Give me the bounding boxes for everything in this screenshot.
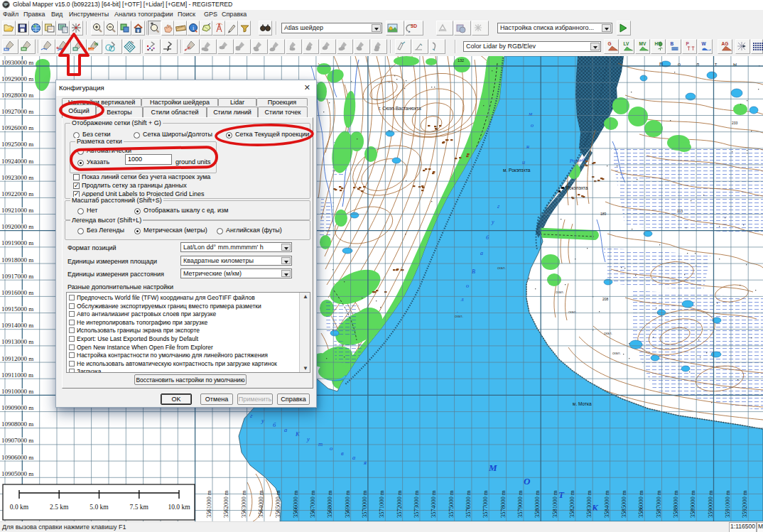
svg-text:10929000 m: 10929000 m <box>1 75 33 82</box>
svg-text:189: 189 <box>600 212 607 216</box>
svg-text:скал.: скал. <box>455 314 463 318</box>
svg-text:10925000 m: 10925000 m <box>1 141 33 148</box>
svg-text:IN: IN <box>94 42 98 46</box>
svg-text:скал.: скал. <box>497 266 506 270</box>
svg-text:3576000 m: 3576000 m <box>465 490 472 518</box>
svg-text:о: о <box>330 445 332 452</box>
svg-text:скал.: скал. <box>604 331 612 335</box>
svg-text:т: т <box>318 440 323 447</box>
svg-text:3571000 m: 3571000 m <box>378 490 385 518</box>
svg-text:3565000 m: 3565000 m <box>274 490 281 518</box>
svg-text:10907000 m: 10907000 m <box>1 437 33 444</box>
svg-text:233: 233 <box>732 121 738 125</box>
svg-text:3561000 m: 3561000 m <box>205 490 212 518</box>
svg-text:3575000 m: 3575000 m <box>448 490 455 518</box>
svg-text:B: B <box>671 41 674 46</box>
svg-text:Т: Т <box>558 489 565 500</box>
svg-text:10911000 m: 10911000 m <box>1 371 33 379</box>
svg-text:10923000 m: 10923000 m <box>1 174 33 181</box>
svg-text:10913000 m: 10913000 m <box>1 338 33 345</box>
svg-text:л: л <box>460 296 464 303</box>
svg-text:3566000 m: 3566000 m <box>292 490 299 518</box>
svg-text:AG: AG <box>722 41 729 46</box>
svg-text:3567000 m: 3567000 m <box>309 490 316 518</box>
svg-text:г: г <box>497 203 499 210</box>
svg-text:3587000 m: 3587000 m <box>655 490 662 518</box>
svg-text:3564000 m: 3564000 m <box>257 490 264 518</box>
svg-text:3D: 3D <box>411 23 417 28</box>
svg-text:3585000 m: 3585000 m <box>620 490 627 518</box>
svg-text:G: G <box>608 41 612 46</box>
svg-text:10922000 m: 10922000 m <box>1 190 33 197</box>
svg-text:10928000 m: 10928000 m <box>1 92 33 99</box>
svg-text:3588000 m: 3588000 m <box>672 490 679 518</box>
svg-text:о: о <box>531 122 534 129</box>
svg-text:3569000 m: 3569000 m <box>344 490 351 518</box>
svg-text:у: у <box>306 435 310 443</box>
svg-text:cells: cells <box>89 48 94 51</box>
svg-text:н: н <box>526 143 529 150</box>
svg-text:у: у <box>491 219 494 225</box>
svg-text:3572000 m: 3572000 m <box>396 490 403 518</box>
svg-text:3577000 m: 3577000 m <box>482 490 489 518</box>
svg-text:132: 132 <box>458 58 464 63</box>
svg-text:скал.: скал. <box>556 290 564 294</box>
svg-text:2.5 km: 2.5 km <box>50 504 69 511</box>
svg-text:3568000 m: 3568000 m <box>326 490 333 518</box>
svg-text:скал.: скал. <box>612 351 621 355</box>
svg-text:10920000 m: 10920000 m <box>1 223 33 230</box>
svg-text:10908000 m: 10908000 m <box>1 420 33 428</box>
svg-text:5.0 km: 5.0 km <box>90 504 109 511</box>
svg-text:10917000 m: 10917000 m <box>1 273 33 280</box>
svg-text:10915000 m: 10915000 m <box>1 305 33 313</box>
svg-text:в: в <box>341 450 344 457</box>
svg-text:3563000 m: 3563000 m <box>240 490 247 518</box>
svg-text:я: я <box>363 459 367 466</box>
svg-text:10.0 km: 10.0 km <box>168 504 190 511</box>
svg-text:3586000 m: 3586000 m <box>637 490 644 518</box>
svg-text:3583000 m: 3583000 m <box>585 490 592 518</box>
svg-text:3581000 m: 3581000 m <box>551 490 558 518</box>
svg-text:3574000 m: 3574000 m <box>430 490 437 518</box>
svg-text:LV: LV <box>624 41 629 46</box>
svg-text:10909000 m: 10909000 m <box>1 404 33 411</box>
svg-text:б: б <box>273 421 276 428</box>
svg-text:а: а <box>352 454 355 461</box>
svg-text:3578000 m: 3578000 m <box>499 490 507 518</box>
svg-text:3573000 m: 3573000 m <box>413 490 420 518</box>
svg-text:W: W <box>702 41 707 46</box>
svg-text:208: 208 <box>602 297 609 301</box>
svg-text:10927000 m: 10927000 m <box>1 108 33 115</box>
svg-text:3570000 m: 3570000 m <box>361 490 368 518</box>
svg-text:10916000 m: 10916000 m <box>1 289 33 296</box>
svg-text:10918000 m: 10918000 m <box>1 256 33 264</box>
svg-text:10905000 m: 10905000 m <box>1 470 33 477</box>
svg-text:10906000 m: 10906000 m <box>1 454 33 461</box>
svg-text:3590000 m: 3590000 m <box>707 490 714 518</box>
svg-text:Рокэпэхта: Рокэпэхта <box>566 185 588 190</box>
svg-text:10926000 m: 10926000 m <box>1 124 33 131</box>
svg-text:0.0 km: 0.0 km <box>10 504 29 511</box>
svg-text:В: В <box>472 268 475 275</box>
svg-text:3580000 m: 3580000 m <box>534 490 541 518</box>
svg-text:а: а <box>480 250 483 256</box>
svg-text:10912000 m: 10912000 m <box>1 355 33 362</box>
svg-text:о: о <box>466 283 469 289</box>
svg-text:10921000 m: 10921000 m <box>1 207 33 214</box>
svg-text:7.5 km: 7.5 km <box>130 504 149 511</box>
svg-text:М: М <box>488 462 497 473</box>
svg-text:3584000 m: 3584000 m <box>603 490 610 518</box>
svg-text:10914000 m: 10914000 m <box>1 322 33 329</box>
svg-text:10910000 m: 10910000 m <box>1 388 33 395</box>
svg-text:3579000 m: 3579000 m <box>516 490 524 518</box>
svg-text:10924000 m: 10924000 m <box>1 158 33 165</box>
svg-text:у: у <box>261 417 264 424</box>
svg-text:3562000 m: 3562000 m <box>222 490 229 518</box>
svg-text:10919000 m: 10919000 m <box>1 239 33 246</box>
svg-text:P: P <box>686 41 690 46</box>
svg-text:113: 113 <box>677 209 683 213</box>
svg-text:MV: MV <box>639 41 646 46</box>
svg-text:м. Рокэпэхта: м. Рокэпэхта <box>503 168 531 173</box>
svg-text:м: м <box>528 111 532 117</box>
svg-text:10930000 m: 10930000 m <box>1 59 33 66</box>
